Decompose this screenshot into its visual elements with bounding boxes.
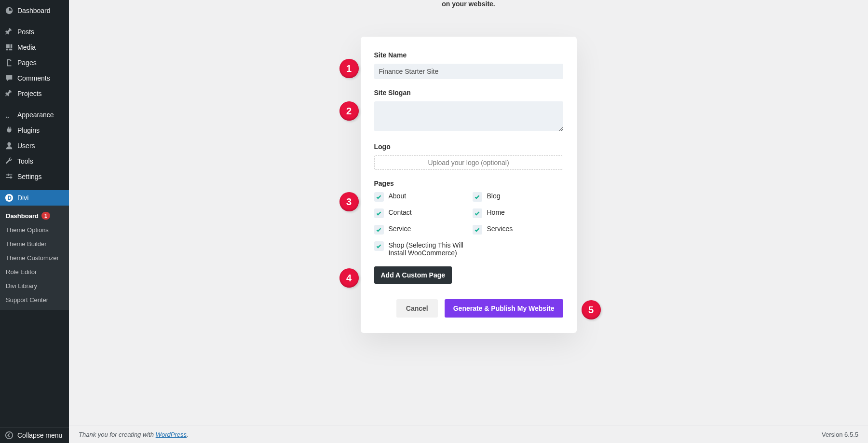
checkbox-checked-icon[interactable] (473, 192, 482, 202)
sidebar-item-plugins[interactable]: Plugins (0, 123, 69, 138)
sidebar-subitem-label: Dashboard (6, 212, 39, 220)
page-option-label: Home (487, 208, 505, 216)
site-slogan-textarea[interactable] (374, 101, 563, 131)
sidebar-item-dashboard[interactable]: Dashboard (0, 3, 69, 18)
admin-footer: Thank you for creating with WordPress. V… (69, 426, 868, 443)
sidebar-item-projects[interactable]: Projects (0, 86, 69, 101)
collapse-menu-button[interactable]: Collapse menu (0, 427, 69, 443)
sidebar-subitem-divi-library[interactable]: Divi Library (0, 279, 69, 293)
page-option-home[interactable]: Home (473, 208, 563, 218)
sidebar-item-tools[interactable]: Tools (0, 153, 69, 169)
collapse-label: Collapse menu (17, 431, 62, 439)
sidebar-item-label: Plugins (17, 126, 40, 134)
pages-label: Pages (374, 180, 563, 187)
sidebar-item-users[interactable]: Users (0, 138, 69, 153)
site-name-label: Site Name (374, 51, 563, 59)
media-icon (5, 43, 14, 52)
sidebar-item-label: Dashboard (17, 7, 51, 14)
sidebar-item-posts[interactable]: Posts (0, 24, 69, 40)
sidebar-submenu-divi: Dashboard 1 Theme Options Theme Builder … (0, 206, 69, 310)
annotation-marker-3: 3 (339, 192, 359, 211)
sidebar-subitem-support-center[interactable]: Support Center (0, 293, 69, 307)
sidebar-menu: Dashboard Posts Media Pages Comments Pro… (0, 0, 69, 427)
logo-label: Logo (374, 143, 563, 151)
sidebar-item-pages[interactable]: Pages (0, 55, 69, 70)
sidebar-item-label: Appearance (17, 111, 54, 119)
pages-grid: About Blog Contact Home (374, 192, 563, 257)
page-option-label: Services (487, 225, 513, 233)
annotation-marker-2: 2 (339, 101, 359, 121)
notification-badge: 1 (41, 212, 50, 220)
setup-card: 1 2 3 4 5 Site Name Site Slogan Logo Upl… (361, 37, 577, 333)
page-option-label: About (389, 192, 407, 200)
checkbox-checked-icon[interactable] (473, 208, 482, 218)
collapse-icon (5, 431, 14, 440)
comments-icon (5, 74, 14, 83)
sidebar-subitem-label: Divi Library (6, 282, 37, 290)
sidebar-subitem-label: Theme Builder (6, 240, 47, 248)
sidebar-subitem-theme-options[interactable]: Theme Options (0, 223, 69, 237)
page-option-services[interactable]: Services (473, 225, 563, 235)
sidebar-item-media[interactable]: Media (0, 40, 69, 55)
brush-icon (5, 111, 14, 119)
footer-thanks-suffix: . (187, 431, 189, 438)
page-option-contact[interactable]: Contact (374, 208, 465, 218)
page-option-label: Shop (Selecting This Will Install WooCom… (389, 241, 465, 257)
site-name-input[interactable] (374, 64, 563, 79)
page-option-service[interactable]: Service (374, 225, 465, 235)
sidebar-item-divi[interactable]: Divi (0, 190, 69, 206)
sidebar-item-label: Media (17, 43, 36, 51)
generate-publish-button[interactable]: Generate & Publish My Website (445, 299, 563, 318)
sidebar-item-label: Users (17, 142, 35, 150)
pin-icon (5, 89, 14, 98)
sidebar-subitem-label: Support Center (6, 296, 48, 304)
sidebar-item-comments[interactable]: Comments (0, 70, 69, 86)
wrench-icon (5, 157, 14, 166)
checkbox-checked-icon[interactable] (473, 225, 482, 235)
pin-icon (5, 28, 14, 36)
user-icon (5, 141, 14, 150)
sidebar-subitem-label: Theme Customizer (6, 254, 59, 262)
annotation-marker-4: 4 (339, 268, 359, 288)
page-option-shop[interactable]: Shop (Selecting This Will Install WooCom… (374, 241, 465, 257)
svg-point-0 (5, 194, 13, 202)
wordpress-link[interactable]: WordPress (156, 431, 187, 438)
sidebar-subitem-theme-builder[interactable]: Theme Builder (0, 237, 69, 251)
sidebar-item-settings[interactable]: Settings (0, 169, 69, 184)
sidebar-subitem-theme-customizer[interactable]: Theme Customizer (0, 251, 69, 265)
page-option-blog[interactable]: Blog (473, 192, 563, 202)
annotation-marker-5: 5 (582, 300, 601, 319)
sidebar-item-label: Comments (17, 74, 50, 82)
admin-sidebar: Dashboard Posts Media Pages Comments Pro… (0, 0, 69, 443)
add-custom-page-button[interactable]: Add A Custom Page (374, 266, 452, 284)
sidebar-subitem-label: Theme Options (6, 226, 49, 234)
sidebar-item-label: Pages (17, 59, 37, 67)
checkbox-checked-icon[interactable] (374, 208, 384, 218)
sidebar-item-label: Posts (17, 28, 34, 36)
sidebar-subitem-dashboard[interactable]: Dashboard 1 (0, 208, 69, 223)
top-hint-text: on your website. (358, 0, 580, 8)
logo-upload-box[interactable]: Upload your logo (optional) (374, 155, 563, 170)
version-text: Version 6.5.5 (822, 431, 858, 438)
sidebar-subitem-role-editor[interactable]: Role Editor (0, 265, 69, 279)
checkbox-checked-icon[interactable] (374, 241, 384, 251)
plug-icon (5, 126, 14, 135)
checkbox-checked-icon[interactable] (374, 225, 384, 235)
annotation-marker-1: 1 (339, 59, 359, 78)
sidebar-item-appearance[interactable]: Appearance (0, 107, 69, 123)
footer-thanks-prefix: Thank you for creating with (79, 431, 156, 438)
sidebar-item-label: Tools (17, 157, 33, 165)
divi-icon (5, 194, 14, 202)
sidebar-item-label: Projects (17, 90, 42, 97)
sidebar-item-label: Divi (17, 194, 28, 202)
sidebar-item-label: Settings (17, 173, 42, 180)
site-slogan-label: Site Slogan (374, 89, 563, 97)
pages-icon (5, 58, 14, 67)
checkbox-checked-icon[interactable] (374, 192, 384, 202)
sidebar-subitem-label: Role Editor (6, 268, 37, 276)
cancel-button[interactable]: Cancel (396, 299, 438, 318)
page-option-about[interactable]: About (374, 192, 465, 202)
page-option-label: Blog (487, 192, 501, 200)
page-option-label: Contact (389, 208, 412, 216)
page-option-label: Service (389, 225, 411, 233)
